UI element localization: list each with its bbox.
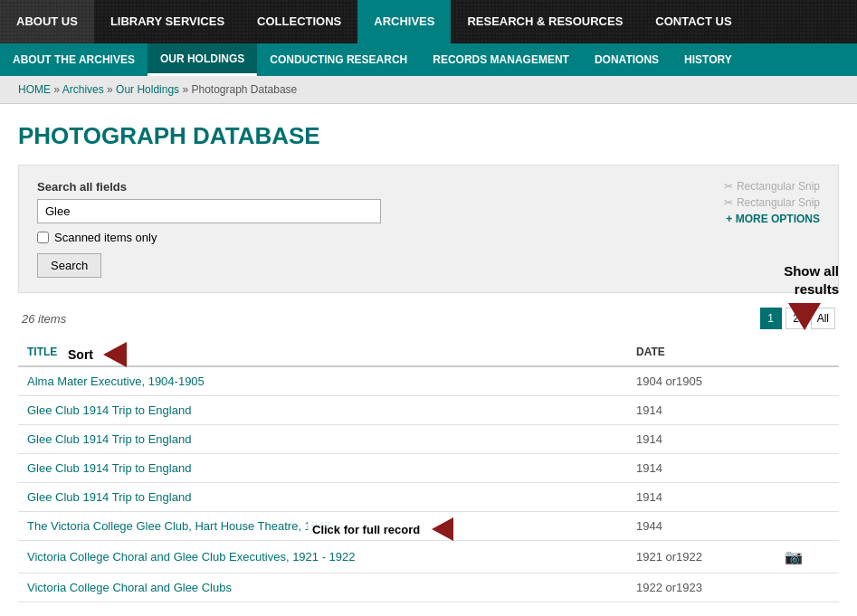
nav-contact-us[interactable]: CONTACT US [639,0,747,43]
subnav-donations[interactable]: DONATIONS [582,43,671,76]
sort-annotation: Sort [63,342,127,367]
page-title: PHOTOGRAPH DATABASE [18,122,839,150]
record-date: 1914 [627,483,776,512]
nav-research-resources[interactable]: RESEARCH & RESOURCES [451,0,639,43]
search-label: Search all fields [37,180,724,194]
results-table: TITLE ▲ DATE Alma Mater Executive, 1904-… [18,338,839,602]
subnav-history[interactable]: HISTORY [671,43,745,76]
record-camera [776,573,839,602]
table-row[interactable]: Glee Club 1914 Trip to England1914 [18,425,839,454]
record-camera [776,366,839,396]
record-date: 1944 [627,512,776,541]
record-title-link[interactable]: Glee Club 1914 Trip to England [27,403,191,417]
rect-snip-1: ✂ Rectangular Snip [724,180,820,193]
record-title-link[interactable]: Glee Club 1914 Trip to England [27,490,191,504]
nav-about-us[interactable]: ABOUT US [0,0,94,43]
sort-label: Sort [63,346,98,363]
table-row[interactable]: Victoria College Choral and Glee Club Ex… [18,541,839,573]
show-all-label: Show allresults [784,262,839,298]
show-all-arrow-down [788,303,821,330]
table-row[interactable]: Glee Club 1914 Trip to England1914 [18,454,839,483]
record-camera [776,512,839,541]
scanned-only-checkbox[interactable] [37,232,49,243]
search-area: Search all fields Scanned items only Sea… [18,165,839,293]
record-title-link[interactable]: Alma Mater Executive, 1904-1905 [27,374,205,388]
table-wrapper: Sort TITLE ▲ DATE Alma Mater Executive, … [18,338,839,602]
subnav-records-management[interactable]: RECORDS MANAGEMENT [420,43,582,76]
table-row[interactable]: Glee Club 1914 Trip to England1914 [18,396,839,425]
top-nav: ABOUT US LIBRARY SERVICES COLLECTIONS AR… [0,0,857,43]
click-record-annotation: Click for full record [308,517,453,541]
record-camera: 📷 [776,541,839,573]
sub-nav: ABOUT THE ARCHIVES OUR HOLDINGS CONDUCTI… [0,43,857,76]
breadcrumb-sep3: » [182,83,191,96]
breadcrumb-current: Photograph Database [191,83,297,96]
show-all-annotation: Show allresults [784,262,839,330]
subnav-conducting-research[interactable]: CONDUCTING RESEARCH [257,43,420,76]
results-count: 26 items [22,312,66,326]
record-date: 1921 or1922 [627,541,776,573]
record-date: 1904 or1905 [627,366,776,396]
record-title-link[interactable]: Glee Club 1914 Trip to England [27,461,191,475]
breadcrumb-holdings[interactable]: Our Holdings [116,83,179,96]
results-header: 26 items 1 2 All [18,308,839,329]
breadcrumb-sep1: » [53,83,62,96]
record-camera [776,454,839,483]
search-button[interactable]: Search [37,253,101,278]
breadcrumb: HOME » Archives » Our Holdings » Photogr… [0,76,857,104]
rect-snip-icon-2: ✂ [724,196,733,209]
breadcrumb-sep2: » [107,83,116,96]
col-icon [776,338,839,366]
rect-snip-2: ✂ Rectangular Snip [724,196,820,209]
record-date: 1914 [627,454,776,483]
more-options-link[interactable]: + MORE OPTIONS [726,213,820,225]
page-btn-1[interactable]: 1 [760,308,782,329]
table-row[interactable]: Glee Club 1914 Trip to England1914 [18,483,839,512]
record-camera [776,425,839,454]
record-camera [776,483,839,512]
camera-icon: 📷 [785,549,803,564]
record-date: 1922 or1923 [627,573,776,602]
click-record-label: Click for full record [308,521,424,538]
click-record-arrow [432,517,453,541]
breadcrumb-home[interactable]: HOME [18,83,51,96]
subnav-our-holdings[interactable]: OUR HOLDINGS [148,43,257,76]
sort-arrow-icon [103,342,127,367]
search-input[interactable] [37,199,381,223]
record-title-link[interactable]: Victoria College Choral and Glee Clubs [27,581,232,594]
nav-collections[interactable]: COLLECTIONS [241,0,357,43]
breadcrumb-archives[interactable]: Archives [62,83,104,96]
table-row[interactable]: Victoria College Choral and Glee Clubs19… [18,573,839,602]
record-date: 1914 [627,425,776,454]
nav-library-services[interactable]: LIBRARY SERVICES [94,0,241,43]
record-date: 1914 [627,396,776,425]
record-title-link[interactable]: Glee Club 1914 Trip to England [27,432,191,446]
subnav-about-archives[interactable]: ABOUT THE ARCHIVES [0,43,148,76]
main-content: PHOTOGRAPH DATABASE Search all fields Sc… [0,104,857,616]
record-camera [776,396,839,425]
record-title-link[interactable]: The Victoria College Glee Club, Hart Hou… [27,519,331,533]
scanned-only-label: Scanned items only [54,231,157,244]
record-title-link[interactable]: Victoria College Choral and Glee Club Ex… [27,550,356,564]
nav-archives[interactable]: ARCHIVES [357,0,451,43]
rect-snip-icon: ✂ [724,180,733,193]
table-row[interactable]: Alma Mater Executive, 1904-19051904 or19… [18,366,839,396]
col-date[interactable]: DATE [627,338,776,366]
